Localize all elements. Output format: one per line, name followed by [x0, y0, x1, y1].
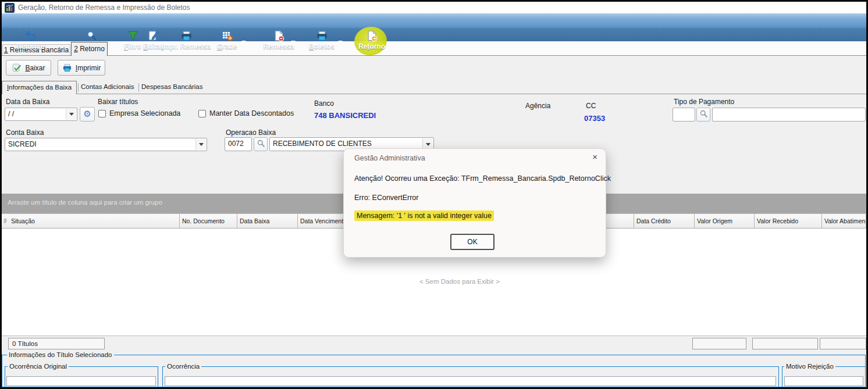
cc-value: 07353 — [584, 114, 605, 123]
tipo-pagamento-label: Tipo de Pagamento — [674, 98, 734, 106]
dialog-message-line: Mensagem: '1 ' is not a valid integer va… — [354, 212, 494, 220]
banco-value: 748 BANSICREDI — [314, 111, 376, 120]
ocorrencia-input[interactable] — [165, 376, 776, 386]
data-da-baixa-label: Data da Baixa — [6, 98, 49, 106]
column-header-data-vencimento[interactable]: Data Vencimento — [298, 214, 350, 228]
toolbar-impr-remessa-button[interactable]: Impr. Remessa — [159, 28, 213, 53]
checkbox-box — [198, 110, 206, 117]
conta-baixa-combobox[interactable]: SICREDI — [5, 138, 207, 151]
chevron-down-icon[interactable] — [66, 109, 76, 120]
grid-empty-text: < Sem Dados para Exibir > — [256, 278, 663, 285]
total-valor-origem-box — [692, 338, 746, 349]
operacao-baixa-label: Operacao Baixa — [226, 129, 276, 137]
printer-icon — [305, 28, 339, 42]
operacao-baixa-value: RECEBIMENTO DE CLIENTES — [273, 140, 372, 148]
column-header-valor-recebido[interactable]: Valor Recebido — [755, 214, 822, 228]
subtab-3[interactable]: Despesas Bancárias — [141, 83, 202, 90]
search-icon — [699, 109, 708, 120]
column-header-data-cr-dito[interactable]: Data Crédito — [634, 214, 695, 228]
subtab-separator — [138, 83, 139, 92]
agencia-label: Agência — [525, 102, 550, 110]
dialog-message-highlight: Mensagem: '1 ' is not a valid integer va… — [354, 210, 494, 221]
error-dialog: Gestão Administrativa × Atenção! Ocorreu… — [343, 148, 606, 258]
tipo-pagamento-description-input[interactable] — [712, 108, 866, 122]
subtab-2[interactable]: Contas Adicionais — [81, 83, 134, 90]
baixar-button[interactable]: Baixar — [6, 60, 51, 76]
gear-icon: ⚙ — [83, 110, 91, 119]
search-icon — [68, 28, 115, 42]
printer-icon — [159, 28, 213, 42]
column-header-valor-origem[interactable]: Valor Origem — [695, 214, 755, 228]
title-bar: Geração, Retorno de Remessa e Impressão … — [2, 2, 866, 13]
tipo-pagamento-search-button[interactable] — [696, 108, 710, 122]
checkbox-box — [98, 110, 106, 117]
conta-baixa-value: SICREDI — [8, 140, 37, 148]
toolbar-grade-label: Grade — [214, 42, 240, 51]
toolbar-remessa-button[interactable]: Remessa — [261, 28, 296, 53]
data-da-baixa-combobox[interactable]: / / — [5, 108, 77, 121]
toolbar-retorno-label: Retorno — [354, 42, 389, 51]
app-icon — [5, 3, 15, 13]
subtab-separator — [78, 83, 79, 92]
close-icon[interactable]: × — [592, 152, 597, 162]
imprimir-button-label: Imprimir — [76, 64, 101, 72]
toolbar-impr-remessa-label: Impr. Remessa — [159, 42, 213, 51]
note-check-icon — [12, 63, 22, 73]
subtab-1[interactable]: Informações da Baixa — [2, 81, 77, 94]
toolbar-retornar-button[interactable]: Retornar — [8, 28, 54, 53]
empresa-selecionada-label: Empresa Selecionada — [109, 109, 180, 117]
manter-data-descontados-label: Manter Data Descontados — [209, 109, 294, 117]
ok-button[interactable]: OK — [450, 234, 495, 250]
motivo-rejeicao-input[interactable] — [784, 376, 863, 386]
informacoes-titulo-group-label: Informações do Título Selecionado — [7, 351, 114, 358]
document-yellow-icon — [354, 28, 389, 42]
toolbar-boletos-button[interactable]: Boletos — [305, 28, 339, 53]
column-header-situa-o[interactable]: Situação — [9, 214, 180, 228]
toolbar-retorno-button[interactable]: Retorno — [354, 28, 389, 53]
banco-label: Banco — [314, 99, 334, 108]
undo-icon — [8, 28, 54, 42]
chevron-down-icon[interactable] — [195, 139, 206, 150]
total-valor-recebido-box — [752, 338, 818, 349]
tab-strip-line — [2, 55, 866, 56]
subtab-strip-line — [2, 94, 866, 94]
toolbar: RetornarLocalizarFiltroEditarImpr. Remes… — [2, 13, 866, 42]
tab-2[interactable]: 2 Retorno — [71, 42, 108, 56]
grid-group-hint: Arraste um título de coluna aqui para cr… — [8, 199, 162, 206]
operacao-baixa-code-input[interactable]: 0072 — [225, 137, 252, 151]
operacao-baixa-search-button[interactable] — [254, 137, 268, 151]
ocorrencia-original-input[interactable] — [6, 376, 156, 386]
dialog-exception-line: Atenção! Ocorreu uma Exceção: TFrm_Remes… — [354, 174, 611, 183]
baixar-button-label: Baixar — [25, 64, 45, 72]
search-icon — [257, 139, 265, 150]
empresa-selecionada-checkbox[interactable]: Empresa Selecionada — [98, 109, 180, 117]
motivo-rejeicao-label: Motivo Rejeição — [784, 363, 835, 370]
refresh-date-button[interactable]: ⚙ — [80, 107, 95, 122]
imprimir-button[interactable]: Imprimir — [58, 60, 105, 76]
cc-label: CC — [586, 102, 596, 110]
column-header-data-baixa[interactable]: Data Baixa — [237, 214, 298, 228]
toolbar-grade-button[interactable]: Grade — [214, 28, 240, 53]
manter-data-descontados-checkbox[interactable]: Manter Data Descontados — [198, 109, 294, 117]
toolbar-boletos-label: Boletos — [305, 42, 339, 51]
document-red-icon — [261, 28, 296, 42]
dialog-title: Gestão Administrativa — [354, 154, 425, 162]
grid-icon — [214, 28, 240, 42]
toolbar-retornar-label: Retornar — [8, 42, 54, 51]
titles-count-box: 0 Títulos — [8, 338, 105, 349]
total-valor-abatimento-box — [820, 338, 866, 349]
window-title: Geração, Retorno de Remessa e Impressão … — [18, 3, 190, 12]
ocorrencia-label: Ocorrência — [165, 363, 201, 370]
conta-baixa-label: Conta Baixa — [6, 129, 44, 137]
dialog-error-line: Erro: EConvertError — [354, 194, 418, 202]
printer-icon — [62, 63, 72, 73]
column-header-no-documento[interactable]: No. Documento — [180, 214, 237, 228]
column-header-valor-abatimento[interactable]: Valor Abatimento — [822, 214, 866, 228]
ocorrencia-original-label: Ocorrência Original — [8, 363, 69, 370]
data-da-baixa-value: / / — [8, 110, 14, 118]
tipo-pagamento-code-input[interactable] — [673, 108, 695, 122]
toolbar-remessa-label: Remessa — [261, 42, 296, 51]
baixar-titulos-label: Baixar títulos — [98, 98, 138, 106]
app-window: Geração, Retorno de Remessa e Impressão … — [0, 0, 868, 389]
